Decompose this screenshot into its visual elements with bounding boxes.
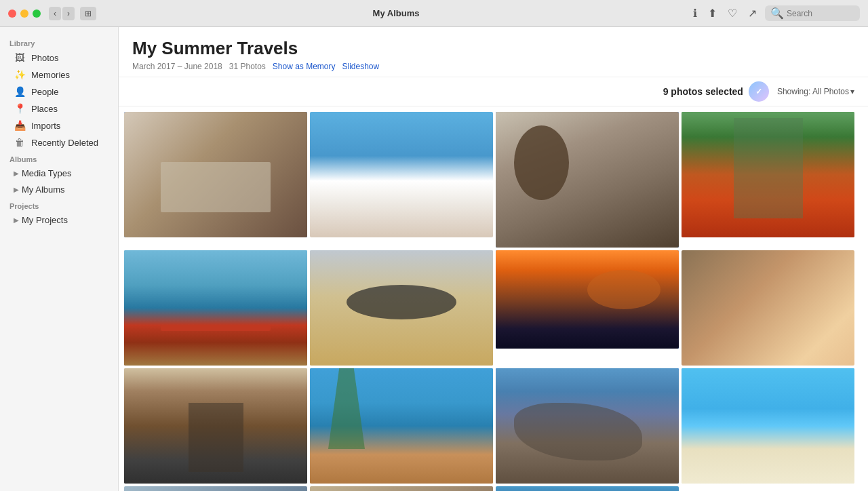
sidebar-item-my-projects[interactable]: ▶ My Projects <box>4 212 114 228</box>
selection-count: 9 photos selected ✓ <box>663 81 769 102</box>
photo-cell-p2[interactable] <box>310 112 493 237</box>
close-button[interactable] <box>8 9 16 18</box>
export-button[interactable]: ↗ <box>745 5 760 21</box>
search-box[interactable]: 🔍 <box>765 5 860 21</box>
sidebar: Library 🖼 Photos ✨ Memories 👤 People 📍 P… <box>0 27 119 491</box>
album-photo-count: 31 Photos <box>229 62 266 71</box>
sidebar-item-media-types-label: Media Types <box>22 168 71 178</box>
places-icon: 📍 <box>14 103 26 114</box>
back-button[interactable]: ‹ <box>49 7 61 20</box>
maximize-button[interactable] <box>33 9 41 18</box>
sidebar-item-recently-deleted[interactable]: 🗑 Recently Deleted <box>4 134 114 151</box>
main-layout: Library 🖼 Photos ✨ Memories 👤 People 📍 P… <box>0 27 868 491</box>
sidebar-item-my-albums-label: My Albums <box>22 184 65 195</box>
photo-cell-p1[interactable] <box>124 112 307 237</box>
window-title: My Albums <box>102 8 690 18</box>
titlebar: ‹ › ⊞ My Albums ℹ ⬆ ♡ ↗ 🔍 <box>0 0 868 27</box>
my-projects-arrow-icon: ▶ <box>14 216 19 224</box>
photo-grid <box>119 106 868 491</box>
photo-cell-p9[interactable] <box>124 368 307 484</box>
search-input[interactable] <box>787 9 854 18</box>
sidebar-item-people[interactable]: 👤 People <box>4 83 114 100</box>
sidebar-item-my-projects-label: My Projects <box>22 215 68 225</box>
show-as-memory-link[interactable]: Show as Memory <box>273 62 336 71</box>
sidebar-item-people-label: People <box>31 87 58 97</box>
nav-buttons: ‹ › <box>49 7 75 20</box>
filter-label: Showing: All Photos <box>777 87 849 96</box>
photo-row-3 <box>124 368 863 484</box>
photo-cell-p4[interactable] <box>682 112 854 237</box>
photo-cell-p15[interactable] <box>496 486 679 491</box>
album-date-range: March 2017 – June 2018 <box>132 62 222 71</box>
sidebar-item-media-types[interactable]: ▶ Media Types <box>4 165 114 181</box>
sidebar-item-imports-label: Imports <box>31 121 60 131</box>
album-title: My Summer Travels <box>132 38 854 59</box>
sidebar-item-memories[interactable]: ✨ Memories <box>4 66 114 83</box>
imports-icon: 📥 <box>14 120 26 131</box>
photo-cell-p10[interactable] <box>310 368 493 484</box>
album-header: My Summer Travels March 2017 – June 2018… <box>119 27 868 77</box>
minimize-button[interactable] <box>20 9 28 18</box>
my-albums-arrow-icon: ▶ <box>14 186 19 193</box>
photos-icon: 🖼 <box>14 52 26 63</box>
share-button[interactable]: ⬆ <box>705 5 719 21</box>
selection-count-label: 9 photos selected <box>663 86 743 97</box>
sidebar-toggle-button[interactable]: ⊞ <box>80 7 96 20</box>
memories-icon: ✨ <box>14 69 26 80</box>
photo-row-2 <box>124 250 863 366</box>
album-meta: March 2017 – June 2018 31 Photos Show as… <box>132 62 854 71</box>
filter-dropdown[interactable]: Showing: All Photos ▾ <box>777 87 854 96</box>
photo-row-1 <box>124 112 863 248</box>
sidebar-item-recently-deleted-label: Recently Deleted <box>31 138 98 148</box>
toolbar-right: ℹ ⬆ ♡ ↗ 🔍 <box>690 5 860 21</box>
forward-button[interactable]: › <box>62 7 75 20</box>
photo-cell-p6[interactable] <box>310 250 493 366</box>
sidebar-item-imports[interactable]: 📥 Imports <box>4 117 114 134</box>
sidebar-item-places-label: Places <box>31 104 58 114</box>
sidebar-item-memories-label: Memories <box>31 70 70 80</box>
photo-cell-p7[interactable] <box>496 250 679 349</box>
photo-cell-p14[interactable] <box>310 486 493 491</box>
sidebar-item-my-albums[interactable]: ▶ My Albums <box>4 182 114 197</box>
favorite-button[interactable]: ♡ <box>725 5 740 21</box>
sidebar-item-places[interactable]: 📍 Places <box>4 100 114 117</box>
sidebar-item-photos[interactable]: 🖼 Photos <box>4 50 114 66</box>
photo-cell-p12[interactable] <box>682 368 854 484</box>
slideshow-link[interactable]: Slideshow <box>342 62 380 71</box>
selection-bar: 9 photos selected ✓ Showing: All Photos … <box>119 77 868 106</box>
projects-section-label: Projects <box>0 198 118 212</box>
info-button[interactable]: ℹ <box>690 5 700 21</box>
filter-chevron-icon: ▾ <box>850 87 854 96</box>
photo-cell-p11[interactable] <box>496 368 679 484</box>
sidebar-item-photos-label: Photos <box>31 53 58 63</box>
photo-cell-p13[interactable] <box>124 486 307 491</box>
library-section-label: Library <box>0 35 118 49</box>
search-icon: 🔍 <box>770 7 784 20</box>
selection-avatar: ✓ <box>749 81 769 102</box>
content-area: My Summer Travels March 2017 – June 2018… <box>119 27 868 491</box>
photo-row-4 <box>124 486 863 491</box>
traffic-lights <box>8 9 41 18</box>
photo-cell-p8[interactable] <box>682 250 854 366</box>
media-types-arrow-icon: ▶ <box>14 170 19 177</box>
trash-icon: 🗑 <box>14 137 26 148</box>
photo-cell-p5[interactable] <box>124 250 307 366</box>
photo-cell-p3[interactable] <box>496 112 679 248</box>
albums-section-label: Albums <box>0 151 118 165</box>
people-icon: 👤 <box>14 86 26 97</box>
